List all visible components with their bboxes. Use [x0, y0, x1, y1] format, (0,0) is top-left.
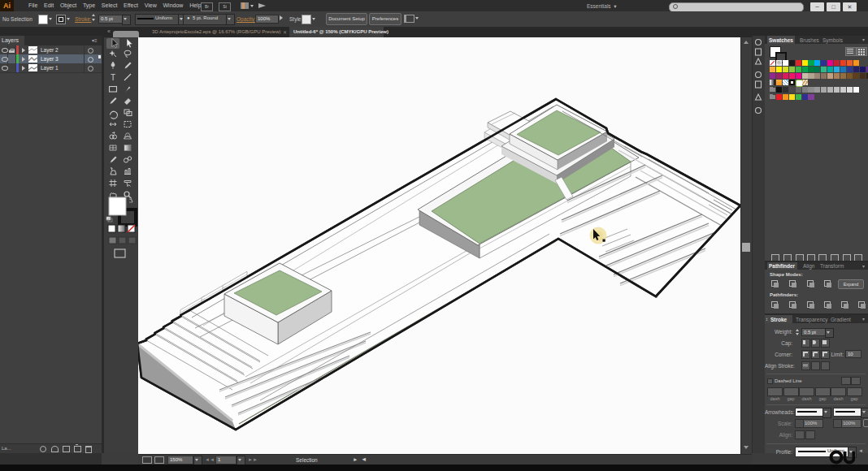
svg-text:T: T — [111, 73, 115, 82]
